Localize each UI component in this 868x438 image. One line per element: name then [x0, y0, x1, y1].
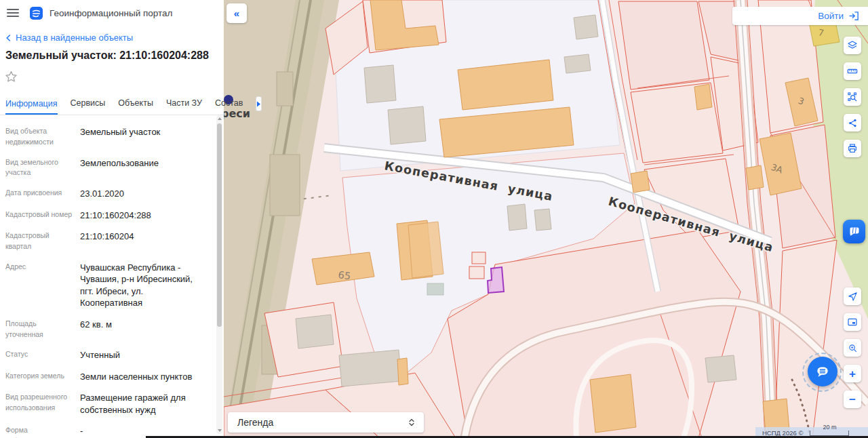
back-link-label: Назад в найденные объекты — [16, 33, 133, 43]
attr-value: Землепользование — [80, 157, 203, 179]
attr-label: Вид земельного участка — [5, 157, 73, 179]
attribute-row: Статус Учтенный — [5, 349, 203, 361]
legend-label: Легенда — [237, 417, 273, 428]
attr-value: 62 кв. м — [80, 319, 203, 340]
collapse-panel-button[interactable]: « — [226, 3, 247, 23]
building-label-65: 65 — [338, 269, 352, 281]
attribute-row: Площадь уточненная 62 кв. м — [5, 319, 203, 340]
tab-bar: Информация Сервисы Объекты Части ЗУ Сост… — [0, 87, 224, 115]
back-link[interactable]: Назад в найденные объекты — [0, 26, 224, 43]
attribute-row: Категория земель Земли населенных пункто… — [5, 371, 203, 383]
info-sidebar: Геоинформационный портал Назад в найденн… — [0, 0, 224, 438]
attr-label: Вид разрешенного использования — [5, 392, 73, 416]
attribute-row: Дата присвоения 23.01.2020 — [5, 188, 203, 200]
share-button[interactable] — [844, 114, 861, 132]
collapse-glyph: « — [234, 7, 239, 19]
attribute-row: Вид объекта недвижимости Земельный участ… — [5, 126, 203, 148]
attr-label: Площадь уточненная — [5, 319, 73, 340]
app-title: Геоинформационный портал — [50, 8, 172, 18]
attribute-row: Вид разрешенного использования Размещени… — [5, 392, 203, 416]
tab-services[interactable]: Сервисы — [71, 98, 106, 115]
measure-button[interactable] — [844, 62, 861, 80]
geolocate-button[interactable] — [844, 287, 861, 305]
attr-value: Чувашская Республика - Чувашия, р-н Ибре… — [80, 262, 203, 309]
favorite-star-button[interactable] — [4, 70, 18, 84]
login-icon — [848, 10, 860, 22]
tab-objects[interactable]: Объекты — [118, 98, 153, 115]
attr-value: 21:10:160204 — [80, 231, 203, 252]
tab-information[interactable]: Информация — [5, 99, 58, 115]
attribute-row: Адрес Чувашская Республика - Чувашия, р-… — [5, 262, 203, 309]
sidebar-header: Геоинформационный портал — [0, 0, 224, 26]
zoom-out-glyph: − — [849, 394, 856, 405]
share-icon — [848, 118, 858, 128]
attr-label: Вид объекта недвижимости — [5, 126, 73, 148]
print-icon — [847, 143, 858, 154]
ruler-icon — [847, 66, 858, 77]
attr-value: Земли населенных пунктов — [80, 371, 203, 383]
expand-collapse-icon — [408, 417, 416, 428]
attribute-row: Кадастровый номер 21:10:160204:288 — [5, 210, 203, 222]
attr-value: Земельный участок — [80, 126, 203, 148]
attr-label: Кадастровый квартал — [5, 231, 73, 252]
spatial-search-button[interactable] — [844, 88, 861, 106]
attr-label: Статус — [5, 349, 73, 361]
basemap-svg: реси Кооперативная улица Кооперативная у… — [224, 0, 868, 438]
tabs-scroll-right-button[interactable] — [256, 96, 262, 111]
tab-composition[interactable]: Состав — [215, 98, 243, 115]
geolocate-icon — [848, 292, 858, 302]
login-button[interactable]: Войти — [732, 7, 868, 25]
chevron-right-icon — [256, 101, 261, 107]
scrollbar-thumb[interactable] — [217, 123, 222, 327]
layers-icon — [847, 40, 858, 51]
attribution-text: НСПД 2026 © — [762, 429, 803, 437]
scale-bar: 20 m — [810, 431, 849, 436]
print-button[interactable] — [844, 140, 861, 157]
login-label: Войти — [818, 11, 844, 21]
minimap-icon — [847, 317, 858, 327]
map-canvas[interactable]: реси Кооперативная улица Кооперативная у… — [224, 0, 868, 438]
attr-label: Адрес — [5, 262, 73, 309]
scale-label: 20 m — [810, 424, 848, 431]
attribute-list: Вид объекта недвижимости Земельный участ… — [0, 115, 224, 438]
zoom-out-button[interactable]: − — [844, 391, 861, 408]
map-bubble-icon — [846, 224, 863, 240]
chat-icon — [814, 363, 831, 380]
attribute-row: Кадастровый квартал 21:10:160204 — [5, 231, 203, 252]
attr-label: Форма собственности — [5, 425, 73, 438]
back-chevron-icon — [5, 34, 12, 42]
attribute-row: Вид земельного участка Землепользование — [5, 157, 203, 179]
layers-button[interactable] — [844, 37, 861, 54]
search-object-icon — [848, 343, 858, 353]
attr-value: Размещение гаражей для собственных нужд — [80, 392, 203, 416]
attr-value: 23.01.2020 — [80, 188, 203, 200]
portal-logo-icon — [30, 7, 43, 20]
tab-parcel-parts[interactable]: Части ЗУ — [166, 98, 202, 115]
attr-label: Дата присвоения — [5, 188, 73, 200]
minimap-button[interactable] — [844, 313, 861, 331]
zoom-in-button[interactable]: + — [844, 365, 861, 382]
zoom-in-glyph: + — [849, 368, 856, 380]
attr-label: Категория земель — [5, 371, 73, 383]
menu-icon[interactable] — [7, 7, 19, 19]
attr-label: Кадастровый номер — [5, 210, 73, 222]
sidebar-scrollbar[interactable] — [216, 115, 222, 434]
nspd-app-button[interactable] — [843, 220, 865, 243]
page-title: Земельный участок: 21:10:160204:288 — [0, 43, 224, 62]
spatial-search-icon — [847, 92, 858, 102]
object-zoom-button[interactable] — [844, 339, 861, 357]
attr-value: 21:10:160204:288 — [80, 210, 203, 222]
chat-button[interactable] — [808, 357, 837, 386]
attr-value: Учтенный — [80, 349, 203, 361]
geoportal-page: реси Кооперативная улица Кооперативная у… — [0, 0, 868, 438]
legend-toggle[interactable]: Легенда — [228, 412, 424, 433]
